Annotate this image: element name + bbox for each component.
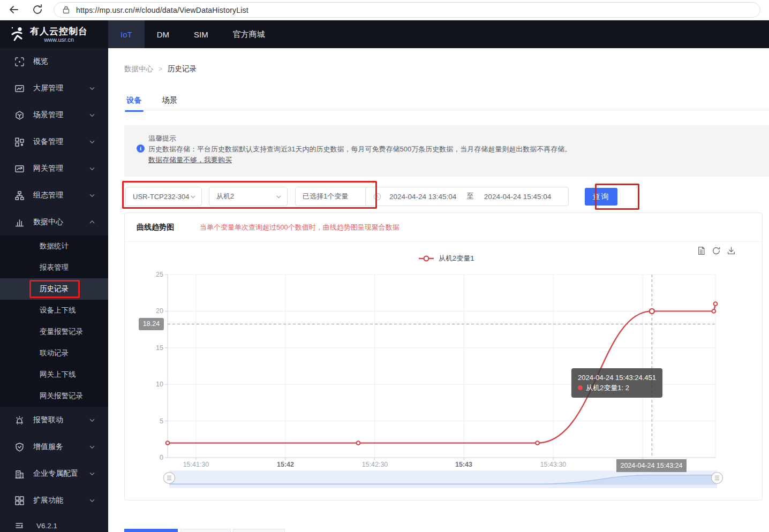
sidebar-item-linkage-records[interactable]: 联动记录 bbox=[0, 343, 108, 364]
chevron-down-icon bbox=[89, 165, 95, 172]
tooltip-timestamp: 2024-04-24 15:43:24.451 bbox=[578, 373, 656, 383]
tab-device[interactable]: 设备 bbox=[126, 95, 142, 105]
browser-toolbar: https://mp.usr.cn/#/cloud/data/ViewDataH… bbox=[0, 0, 769, 20]
sidebar-item-config-mgmt[interactable]: 组态管理 bbox=[0, 182, 108, 209]
sidebar-item-screen-mgmt[interactable]: 大屏管理 bbox=[0, 75, 108, 102]
y-tick-label: 20 bbox=[135, 307, 163, 315]
logo-title: 有人云控制台 bbox=[30, 26, 88, 36]
refresh-icon[interactable] bbox=[712, 246, 721, 255]
x-tick-label: 15:42 bbox=[261, 461, 310, 469]
sidebar-item-overview[interactable]: 概览 bbox=[0, 48, 108, 75]
sidebar-item-label: 报表管理 bbox=[40, 263, 69, 272]
data-view-icon[interactable] bbox=[697, 246, 706, 255]
chevron-down-icon bbox=[89, 444, 95, 450]
date-range-picker[interactable]: 2024-04-24 13:45:04 至 2024-04-24 15:45:0… bbox=[365, 187, 569, 206]
usr-logo[interactable]: 有人云控制台 www.usr.cn bbox=[0, 26, 108, 43]
browser-back-icon[interactable] bbox=[7, 3, 20, 16]
sidebar-item-enterprise-config[interactable]: 企业专属配置 bbox=[0, 460, 108, 487]
device-grid-icon bbox=[15, 138, 24, 147]
sidebar-item-alarm-linkage[interactable]: 报警联动 bbox=[0, 407, 108, 434]
tab-scene[interactable]: 场景 bbox=[162, 95, 177, 105]
chevron-down-icon bbox=[89, 85, 95, 92]
query-button[interactable]: 查询 bbox=[585, 188, 617, 206]
y-tick-label: 0 bbox=[135, 454, 163, 461]
bottom-active-button-partial[interactable] bbox=[124, 529, 178, 532]
sidebar-item-report-mgmt[interactable]: 报表管理 bbox=[0, 257, 108, 278]
legend-label: 从机2变量1 bbox=[439, 254, 474, 263]
chart-aggregation-warning: 当单个变量单次查询超过500个数值时，曲线趋势图呈现聚合数据 bbox=[200, 223, 399, 232]
bar-chart-icon bbox=[15, 218, 24, 227]
bottom-button-partial[interactable] bbox=[180, 529, 231, 532]
x-tick-label: 15:43:30 bbox=[529, 461, 577, 469]
logo-subtitle: www.usr.cn bbox=[30, 36, 88, 43]
shield-icon bbox=[15, 443, 24, 452]
y-tick-label: 25 bbox=[135, 271, 163, 278]
sidebar-item-label: 设备上下线 bbox=[40, 306, 76, 315]
chart-legend[interactable]: 从机2变量1 bbox=[418, 254, 474, 263]
gateway-chart-icon bbox=[15, 164, 24, 173]
slave-select-value: 从机2 bbox=[216, 192, 234, 201]
sidebar-item-data-statistics[interactable]: 数据统计 bbox=[0, 235, 108, 257]
sidebar-item-label: 网关报警记录 bbox=[40, 391, 83, 401]
date-end-value: 2024-04-24 15:45:04 bbox=[484, 193, 551, 201]
sidebar-item-data-center[interactable]: 数据中心 bbox=[0, 209, 108, 235]
trend-chart-card: 曲线趋势图 当单个变量单次查询超过500个数值时，曲线趋势图呈现聚合数据 从机2… bbox=[124, 212, 763, 500]
breadcrumb: 数据中心>历史记录 bbox=[124, 64, 197, 74]
sidebar-item-scene-mgmt[interactable]: 场景管理 bbox=[0, 102, 108, 128]
sidebar-item-label: 数据统计 bbox=[40, 241, 69, 251]
topnav-tab-sim[interactable]: SIM bbox=[182, 20, 221, 48]
slave-select[interactable]: 从机2 bbox=[209, 187, 288, 206]
sidebar-item-gateway-online-offline[interactable]: 网关上下线 bbox=[0, 364, 108, 385]
top-navbar: 有人云控制台 www.usr.cn IoT DM SIM 官方商城 bbox=[0, 20, 769, 48]
sidebar-item-label: 企业专属配置 bbox=[33, 469, 78, 478]
sidebar-item-label: 变量报警记录 bbox=[40, 327, 83, 337]
topnav-tab-iot[interactable]: IoT bbox=[108, 20, 145, 48]
sidebar-item-label: 联动记录 bbox=[40, 348, 69, 358]
chart-toolbox bbox=[697, 246, 736, 255]
alarm-siren-icon bbox=[15, 416, 24, 425]
topnav-tab-mall[interactable]: 官方商城 bbox=[221, 20, 277, 48]
sidebar-item-label: 历史记录 bbox=[40, 284, 69, 294]
download-icon[interactable] bbox=[727, 246, 736, 255]
main-content: 数据中心>历史记录 设备 场景 i 温馨提示 历史数据存储：平台历史数据默认支持… bbox=[108, 48, 769, 532]
x-tick-label: 15:42:30 bbox=[351, 461, 399, 469]
sidebar-item-device-online-offline[interactable]: 设备上下线 bbox=[0, 300, 108, 321]
address-bar[interactable]: https://mp.usr.cn/#/cloud/data/ViewDataH… bbox=[54, 2, 760, 18]
overview-icon bbox=[15, 57, 24, 66]
sidebar-item-gateway-alarm-records[interactable]: 网关报警记录 bbox=[0, 385, 108, 407]
variable-select[interactable]: 已选择1个变量 bbox=[295, 187, 374, 206]
buy-storage-link[interactable]: 数据存储量不够，我要购买 bbox=[148, 156, 232, 164]
sidebar-item-label: 大屏管理 bbox=[33, 83, 63, 93]
sidebar-item-label: 网关管理 bbox=[33, 164, 63, 173]
browser-refresh-icon[interactable] bbox=[31, 3, 44, 16]
url-text: https://mp.usr.cn/#/cloud/data/ViewDataH… bbox=[76, 6, 248, 14]
chevron-down-icon bbox=[276, 194, 282, 200]
topnav-tab-dm[interactable]: DM bbox=[145, 20, 182, 48]
usr-person-logo-icon bbox=[9, 26, 26, 43]
clock-icon bbox=[373, 193, 381, 201]
breadcrumb-parent[interactable]: 数据中心 bbox=[124, 65, 153, 73]
y-tick-label: 5 bbox=[135, 417, 163, 425]
sidebar-item-gateway-mgmt[interactable]: 网关管理 bbox=[0, 155, 108, 182]
sidebar-item-extensions[interactable]: 扩展功能 bbox=[0, 487, 108, 514]
chevron-down-icon bbox=[89, 497, 95, 504]
breadcrumb-current: 历史记录 bbox=[168, 65, 197, 73]
collapse-menu-icon[interactable] bbox=[15, 521, 24, 530]
sidebar-item-label: 设备管理 bbox=[33, 137, 63, 147]
sidebar-item-history-records[interactable]: 历史记录 bbox=[0, 278, 108, 300]
y-axis-pointer-badge: 18.24 bbox=[139, 318, 164, 330]
chevron-up-icon bbox=[89, 219, 95, 225]
legend-line-marker-icon bbox=[418, 255, 434, 262]
x-axis-pointer-badge: 2024-04-24 15:43:24 bbox=[616, 459, 687, 472]
device-select[interactable]: USR-TCP232-304 bbox=[125, 187, 202, 206]
building-icon bbox=[15, 469, 24, 478]
sidebar: 概览 大屏管理 场景管理 设备管理 网关管理 组态管理 数据中心 数据统计 报表… bbox=[0, 48, 108, 532]
sidebar-item-variable-alarm-records[interactable]: 变量报警记录 bbox=[0, 321, 108, 343]
data-center-submenu: 数据统计 报表管理 历史记录 设备上下线 变量报警记录 联动记录 网关上下线 网… bbox=[0, 235, 108, 407]
sidebar-item-label: 扩展功能 bbox=[33, 496, 63, 505]
chevron-down-icon bbox=[89, 417, 95, 423]
sidebar-item-device-mgmt[interactable]: 设备管理 bbox=[0, 128, 108, 155]
chevron-down-icon bbox=[89, 112, 95, 118]
bottom-button-partial[interactable] bbox=[233, 529, 285, 532]
sidebar-item-value-added-services[interactable]: 增值服务 bbox=[0, 434, 108, 460]
